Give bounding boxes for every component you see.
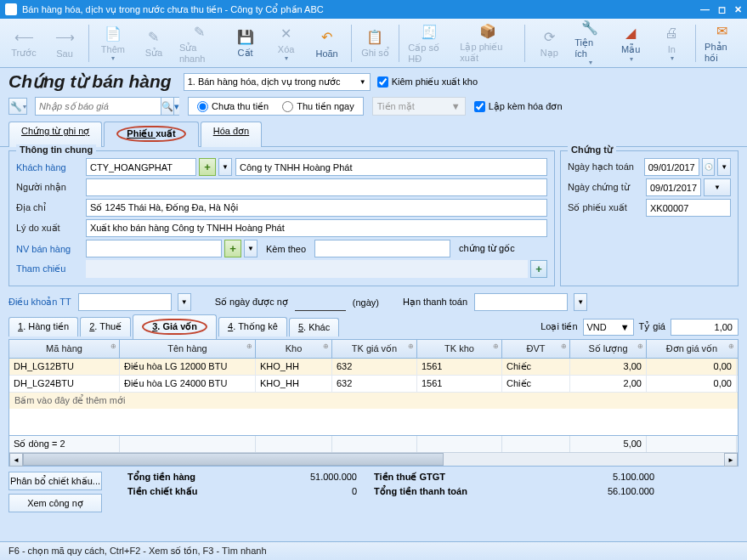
scroll-thumb[interactable] xyxy=(23,453,444,466)
payment-radio-group: Chưa thu tiền Thu tiền ngay xyxy=(188,97,364,116)
app-icon xyxy=(5,3,17,15)
col-code[interactable]: Mã hàng⊕ xyxy=(9,340,120,358)
due-dropdown[interactable]: ▼ xyxy=(574,293,587,311)
radio-paidnow[interactable]: Thu tiền ngay xyxy=(282,101,354,112)
window-titlebar: Bán hàng hóa, dịch vụ trong nước chưa th… xyxy=(0,0,747,19)
scroll-right[interactable]: ► xyxy=(724,453,738,467)
wrench-icon: 🔧 xyxy=(580,20,599,36)
search-tool-button[interactable]: 🔧▾ xyxy=(8,98,27,115)
totals-area: Phân bổ chiết khấu... Xem công nợ Tổng t… xyxy=(0,467,747,516)
voucher-panel: Chứng từ Ngày hạch toán 09/01/2017 🕓 ▼ N… xyxy=(560,150,739,286)
term-label[interactable]: Điều khoản TT xyxy=(8,297,71,308)
scroll-left[interactable]: ◄ xyxy=(9,453,23,467)
acdate-picker[interactable]: 🕓 xyxy=(702,158,716,176)
tab-issue[interactable]: Phiếu xuất xyxy=(104,122,198,147)
arrow-left-icon: ⟵ xyxy=(14,27,33,46)
search-dropdown[interactable]: ▾ xyxy=(173,98,179,115)
voucher-date-input[interactable]: 09/01/2017 xyxy=(646,178,701,196)
print-button[interactable]: 🖨In▾ xyxy=(653,21,690,65)
sales-label[interactable]: NV bán hàng xyxy=(16,244,82,254)
mail-icon: ✉ xyxy=(712,23,731,40)
add-row-hint[interactable]: Bấm vào đây để thêm mới xyxy=(9,393,738,409)
issue-checkbox[interactable]: Kiêm phiếu xuất kho xyxy=(377,76,478,88)
sale-type-combo[interactable]: 1. Bán hàng hóa, dịch vụ trong nước▼ xyxy=(184,73,371,91)
sales-dropdown[interactable]: ▼ xyxy=(244,240,257,257)
undo-icon: ↶ xyxy=(318,28,337,47)
quickedit-icon: ✎ xyxy=(190,23,209,41)
load-button[interactable]: ⟳Nạp xyxy=(530,21,568,65)
table-row[interactable]: DH_LG12BTU Điều hòa LG 12000 BTU KHO_HH … xyxy=(9,359,738,376)
customer-dropdown[interactable]: ▼ xyxy=(218,158,232,176)
sales-input[interactable] xyxy=(86,240,222,257)
invoice-checkbox[interactable]: Lập kèm hóa đơn xyxy=(474,101,563,112)
col-unit-cost[interactable]: Đơn giá vốn⊕ xyxy=(647,340,737,358)
h-scrollbar[interactable]: ◄ ► xyxy=(9,452,738,466)
currency-combo[interactable]: VND▼ xyxy=(583,319,634,336)
tab-cost[interactable]: 3. Giá vốn xyxy=(133,314,217,339)
vat-label: Tiền thuế GTGT xyxy=(374,472,527,483)
maximize-button[interactable]: ◻ xyxy=(718,4,726,15)
voucher-legend: Chứng từ xyxy=(568,144,616,156)
delete-button[interactable]: ✕Xóa▾ xyxy=(268,21,305,65)
discount-allocate-button[interactable]: Phân bổ chiết khấu... xyxy=(8,472,102,490)
tab-stats[interactable]: 4. Thống kê xyxy=(218,317,287,337)
receiver-input[interactable] xyxy=(86,178,547,196)
customer-name-input[interactable]: Công ty TNHH Hoàng Phát xyxy=(235,158,547,176)
address-input[interactable]: Số 1245 Thái Hà, Đống Đa, Hà Nội xyxy=(86,199,547,217)
customer-label[interactable]: Khách hàng xyxy=(16,162,82,173)
template-button[interactable]: ◢Mẫu▾ xyxy=(612,21,649,65)
attach-input[interactable] xyxy=(314,240,450,257)
issue-button[interactable]: 📦Lập phiếu xuất xyxy=(456,21,519,65)
quote-search-input[interactable] xyxy=(36,101,161,111)
number-icon: 🧾 xyxy=(420,23,439,41)
utilities-button[interactable]: 🔧Tiện ích▾ xyxy=(571,21,608,65)
table-row[interactable]: DH_LG24BTU Điều hòa LG 24000 BTU KHO_HH … xyxy=(9,376,738,393)
close-button[interactable]: ✕ xyxy=(734,4,742,15)
radio-unpaid[interactable]: Chưa thu tiền xyxy=(197,101,269,112)
col-cost-account[interactable]: TK giá vốn⊕ xyxy=(332,340,417,358)
add-ref-button[interactable]: + xyxy=(530,260,547,278)
term-input[interactable] xyxy=(78,293,172,311)
receiver-label: Người nhận xyxy=(16,182,82,193)
discount-label: Tiền chiết khấu xyxy=(127,486,229,497)
reason-input[interactable]: Xuất kho bán hàng Công ty TNHH Hoàng Phá… xyxy=(86,219,547,237)
add-button[interactable]: 📄Thêm▾ xyxy=(94,21,132,65)
feedback-button[interactable]: ✉Phản hồi xyxy=(701,21,742,65)
post-button[interactable]: 📋Ghi sổ xyxy=(356,21,393,65)
minimize-button[interactable]: — xyxy=(700,4,710,15)
vdate-dropdown[interactable]: ▼ xyxy=(704,178,731,196)
col-stock-account[interactable]: TK kho⊕ xyxy=(417,340,502,358)
due-label: Hạn thanh toán xyxy=(403,297,467,308)
add-sales-button[interactable]: + xyxy=(224,240,241,257)
add-customer-button[interactable]: + xyxy=(199,158,216,176)
tab-tax[interactable]: 2. Thuế xyxy=(80,317,131,337)
days-input[interactable] xyxy=(295,293,346,311)
col-name[interactable]: Tên hàng⊕ xyxy=(120,340,256,358)
col-unit[interactable]: ĐVT⊕ xyxy=(502,340,570,358)
save-button[interactable]: 💾Cất xyxy=(227,21,264,65)
tab-debit[interactable]: Chứng từ ghi nợ xyxy=(8,122,102,147)
tab-items[interactable]: 1. Hàng tiền xyxy=(8,317,78,337)
next-button[interactable]: ⟶Sau xyxy=(46,21,83,65)
edit-button[interactable]: ✎Sửa xyxy=(135,21,173,65)
tab-invoice[interactable]: Hóa đơn xyxy=(201,122,262,147)
voucher-no-input[interactable]: XK00007 xyxy=(646,199,731,217)
prev-button[interactable]: ⟵Trước xyxy=(5,21,42,65)
term-dropdown[interactable]: ▼ xyxy=(178,293,191,311)
search-button[interactable]: 🔍 xyxy=(161,98,173,115)
invoice-number-button[interactable]: 🧾Cấp số HĐ xyxy=(405,21,453,65)
undo-button[interactable]: ↶Hoãn xyxy=(308,21,346,65)
payment-method-combo: Tiền mặt▼ xyxy=(372,97,466,116)
view-debt-button[interactable]: Xem công nợ xyxy=(8,494,102,512)
col-store[interactable]: Kho⊕ xyxy=(256,340,332,358)
col-qty[interactable]: Số lượng⊕ xyxy=(570,340,647,358)
document-tabs: Chứng từ ghi nợ Phiếu xuất Hóa đơn xyxy=(0,121,747,147)
acdate-dropdown[interactable]: ▼ xyxy=(717,158,731,176)
rate-input[interactable] xyxy=(671,319,739,336)
accounting-date-input[interactable]: 09/01/2017 xyxy=(644,158,699,176)
ref-label[interactable]: Tham chiếu xyxy=(16,263,82,274)
customer-code-input[interactable]: CTY_HOANGPHAT xyxy=(86,158,196,176)
tab-other[interactable]: 5. Khác xyxy=(289,318,339,337)
quickedit-button[interactable]: ✎Sửa nhanh xyxy=(176,21,224,65)
due-input[interactable] xyxy=(474,293,568,311)
